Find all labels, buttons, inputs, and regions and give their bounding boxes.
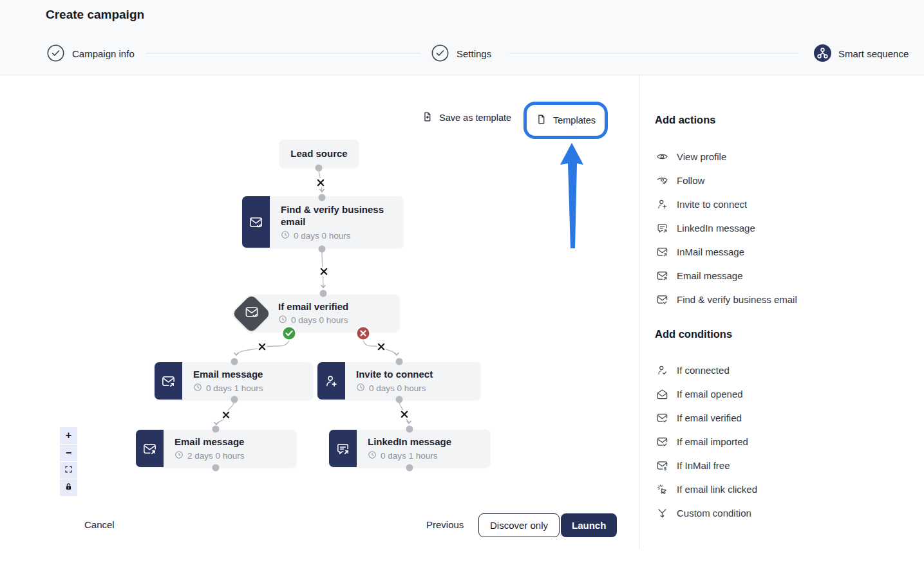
zoom-in-button[interactable]: +	[60, 427, 77, 445]
action-item-label: Invite to connect	[677, 199, 747, 210]
step-campaign-info[interactable]: Campaign info	[72, 48, 135, 59]
discover-only-button[interactable]: Discover only	[478, 513, 560, 537]
flow-node-invite-to-connect[interactable]: Invite to connect 0 days 0 hours	[317, 362, 480, 400]
node-delay: 0 days 0 hours	[369, 383, 426, 393]
action-item-label: InMail message	[677, 246, 744, 257]
condition-item-if-email-link-clicked[interactable]: If email link clicked	[655, 477, 911, 501]
sidebar: Add actions View profile Follow Invite t…	[639, 75, 924, 549]
action-item-label: Email message	[677, 270, 743, 281]
step-connector	[146, 53, 421, 53]
step-settings[interactable]: Settings	[457, 48, 491, 59]
check-circle-icon	[47, 44, 64, 62]
envelope-check-icon	[655, 293, 669, 306]
action-item-follow[interactable]: Follow	[655, 169, 911, 192]
merge-icon	[655, 507, 669, 519]
action-item-label: View profile	[677, 151, 726, 162]
previous-button[interactable]: Previous	[426, 519, 464, 530]
person-plus-icon	[655, 198, 669, 210]
action-item-email-message[interactable]: Email message	[655, 264, 911, 288]
condition-item-custom-condition[interactable]: Custom condition	[655, 501, 911, 525]
flow-node-email-message-2[interactable]: Email message 2 days 0 hours	[136, 430, 296, 467]
header: Create campaign Campaign info Settings S…	[0, 0, 924, 75]
envelope-check-icon	[244, 305, 259, 322]
step-connector	[509, 53, 798, 53]
person-plus-icon	[317, 362, 345, 400]
minus-icon: −	[66, 447, 71, 459]
clock-icon	[368, 450, 377, 461]
canvas-zoom-controls: + −	[60, 427, 77, 497]
envelope-send-icon	[655, 270, 669, 282]
templates-label: Templates	[553, 115, 596, 125]
condition-item-if-inmail-free[interactable]: $ If InMail free	[655, 454, 911, 477]
actions-list: View profile Follow Invite to connect Li…	[655, 145, 911, 311]
action-item-view-profile[interactable]: View profile	[655, 145, 911, 169]
condition-item-label: If InMail free	[677, 460, 730, 471]
flow-node-email-message-1[interactable]: Email message 0 days 1 hours	[155, 362, 313, 400]
flow-node-if-email-verified[interactable]: If email verified 0 days 0 hours	[250, 295, 399, 331]
action-item-label: Find & verify business email	[677, 294, 797, 305]
condition-item-label: If email imported	[677, 436, 748, 447]
clock-icon	[193, 383, 202, 394]
eye-check-icon	[655, 174, 669, 187]
cancel-button[interactable]: Cancel	[84, 519, 115, 530]
lock-button[interactable]	[60, 479, 77, 497]
condition-diamond	[232, 295, 270, 333]
person-check-icon	[655, 364, 669, 376]
add-conditions-heading: Add conditions	[655, 328, 732, 340]
chat-send-icon	[329, 430, 357, 467]
condition-item-if-email-verified[interactable]: If email verified	[655, 406, 911, 430]
action-item-linkedin-message[interactable]: LinkedIn message	[655, 216, 911, 240]
action-item-label: Follow	[677, 175, 704, 186]
condition-item-if-email-opened[interactable]: If email opened	[655, 382, 911, 406]
node-title: Invite to connect	[356, 368, 473, 381]
condition-item-if-email-imported[interactable]: If email imported	[655, 430, 911, 454]
eye-icon	[655, 151, 669, 163]
page-title: Create campaign	[46, 8, 144, 22]
envelope-send-icon	[655, 246, 669, 258]
node-title: Email message	[193, 368, 305, 381]
condition-item-label: If email link clicked	[677, 484, 757, 495]
action-item-label: LinkedIn message	[677, 223, 755, 234]
node-title: If email verified	[278, 300, 348, 313]
flow-node-linkedin-message[interactable]: LinkedIn message 0 days 1 hours	[329, 430, 490, 467]
templates-button[interactable]: Templates	[536, 114, 596, 127]
lock-icon	[64, 482, 73, 493]
clock-icon	[278, 315, 287, 326]
save-as-template-button[interactable]: Save as template	[422, 111, 511, 124]
zoom-out-button[interactable]: −	[60, 445, 77, 462]
condition-item-label: If email opened	[677, 389, 743, 400]
node-title: Email message	[174, 436, 288, 448]
condition-item-label: If email verified	[677, 412, 742, 423]
envelope-open-icon	[655, 388, 669, 400]
envelope-check-icon	[655, 412, 669, 424]
node-delay: 2 days 0 hours	[187, 451, 245, 461]
fit-view-button[interactable]	[60, 462, 77, 479]
plus-icon: +	[66, 430, 71, 441]
node-delay: 0 days 1 hours	[206, 383, 263, 393]
node-title: Lead source	[290, 148, 347, 159]
flow-node-find-verify-email[interactable]: Find & verify business email 0 days 0 ho…	[242, 196, 403, 248]
node-delay: 0 days 1 hours	[381, 451, 438, 461]
add-actions-heading: Add actions	[655, 114, 715, 126]
svg-text:$: $	[663, 466, 666, 472]
clock-icon	[356, 383, 365, 394]
node-delay: 0 days 0 hours	[291, 315, 348, 325]
action-item-inmail-message[interactable]: InMail message	[655, 240, 911, 264]
action-item-find-verify-email[interactable]: Find & verify business email	[655, 288, 911, 311]
save-as-template-label: Save as template	[439, 113, 511, 123]
node-title: LinkedIn message	[368, 436, 482, 448]
condition-item-if-connected[interactable]: If connected	[655, 358, 911, 382]
flow-node-lead-source[interactable]: Lead source	[279, 140, 359, 167]
envelope-send-icon	[136, 430, 164, 467]
check-circle-icon	[431, 44, 449, 62]
file-icon	[536, 114, 547, 127]
step-smart-sequence[interactable]: Smart sequence	[838, 48, 909, 59]
templates-highlight-annotation: Templates	[523, 102, 608, 139]
clock-icon	[281, 230, 290, 241]
node-title: Find & verify business email	[281, 203, 395, 228]
clock-icon	[174, 450, 184, 461]
launch-button[interactable]: Launch	[561, 513, 617, 537]
condition-item-label: If connected	[677, 365, 730, 376]
envelope-check-icon	[242, 196, 270, 248]
action-item-invite-to-connect[interactable]: Invite to connect	[655, 192, 911, 216]
